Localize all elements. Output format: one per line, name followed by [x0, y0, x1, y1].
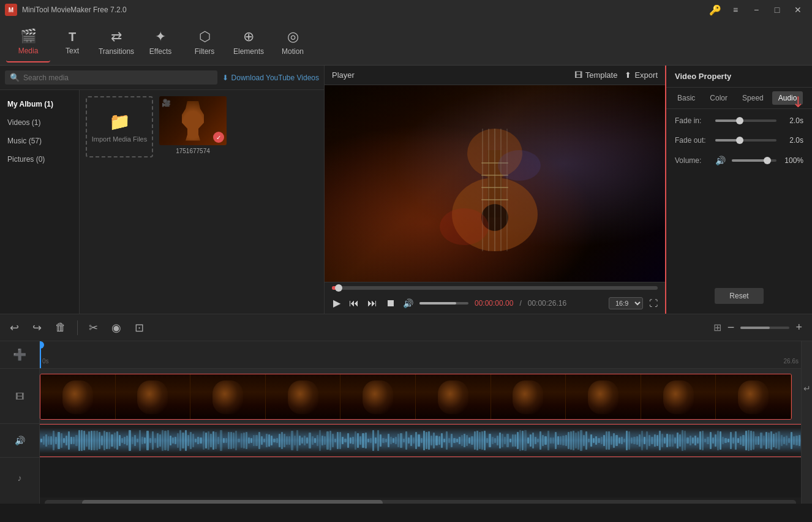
media-icon: 🎬: [20, 28, 37, 44]
panel-content: Fade in: 2.0s Fade out: 2.0s Volume: �: [666, 109, 812, 288]
progress-handle[interactable]: [335, 284, 342, 292]
ruler-label-end: 26.6s: [784, 358, 799, 365]
right-panel: ↘ Video Property Basic Color Speed Audio…: [665, 66, 812, 314]
fade-out-row: Fade out: 2.0s: [675, 136, 803, 145]
timeline-scroll-thumb[interactable]: [82, 500, 383, 504]
progress-bar[interactable]: [332, 286, 658, 290]
sidebar-item-pictures[interactable]: Pictures (0): [0, 150, 79, 168]
download-youtube-button[interactable]: ⬇ Download YouTube Videos: [222, 74, 319, 82]
app-title: MiniTool MovieMaker Free 7.2.0: [22, 6, 709, 14]
audio-detach-button[interactable]: ◉: [109, 319, 124, 337]
search-input[interactable]: [23, 74, 212, 82]
fade-in-row: Fade in: 2.0s: [675, 116, 803, 125]
svg-rect-11: [481, 187, 508, 188]
delete-button[interactable]: 🗑: [53, 319, 69, 336]
import-media-card[interactable]: 📁 Import Media Files: [86, 96, 153, 157]
media-grid: 📁 Import Media Files 🎥 ✓ 1751677574: [80, 90, 324, 314]
add-track-label[interactable]: ➕: [0, 341, 39, 369]
aspect-ratio-select[interactable]: 16:9 9:16 1:1 4:3: [609, 297, 643, 309]
timeline-toolbar: ↩ ↪ 🗑 ✂ ◉ ⊡ ⊞ − +: [0, 314, 812, 341]
speaker-icon: 🔊: [715, 156, 726, 165]
folder-icon: 📁: [109, 112, 130, 132]
media-thumbnail[interactable]: 🎥 ✓ 1751677574: [159, 96, 227, 157]
panel-title: Video Property: [666, 66, 812, 88]
sidebar-item-music[interactable]: Music (57): [0, 132, 79, 150]
volume-prop-slider[interactable]: [732, 159, 776, 162]
player-controls: ▶ ⏮ ⏭ ⏹ 🔊 00:00:00.00 / 00:00:26.16 16:9…: [325, 282, 665, 314]
toolbar-item-effects[interactable]: ✦ Effects: [138, 23, 182, 62]
fullscreen-button[interactable]: ⛶: [649, 298, 658, 308]
audio-track-label: 🔊: [0, 424, 39, 458]
effects-label: Effects: [149, 47, 171, 56]
undo-button[interactable]: ↩: [7, 319, 21, 337]
fade-out-handle[interactable]: [736, 137, 743, 144]
download-icon: ⬇: [222, 74, 228, 82]
template-button[interactable]: 🎞 Template: [574, 70, 618, 80]
player-title: Player: [332, 70, 355, 80]
music-track-label: ♪: [0, 458, 39, 497]
timeline-ruler: 0s 26.6s: [40, 341, 801, 369]
zoom-in-button[interactable]: +: [793, 319, 805, 336]
toolbar-item-transitions[interactable]: ⇄ Transitions: [94, 23, 138, 62]
zoom-out-button[interactable]: −: [725, 318, 737, 337]
tab-basic[interactable]: Basic: [671, 91, 701, 105]
audio-waveform: [40, 424, 801, 457]
zoom-slider[interactable]: [740, 327, 789, 329]
elements-icon: ⊕: [243, 29, 254, 45]
tab-speed[interactable]: Speed: [736, 91, 770, 105]
export-icon: ⬆: [625, 70, 631, 80]
fade-in-handle[interactable]: [736, 117, 743, 124]
toolbar-item-media[interactable]: 🎬 Media: [6, 23, 50, 62]
timeline-scrollbar[interactable]: [45, 500, 796, 504]
crop-button[interactable]: ⊡: [132, 319, 146, 337]
search-wrapper: 🔍: [5, 70, 217, 85]
app-icon: M: [5, 4, 17, 16]
volume-prop-fill: [732, 159, 767, 162]
stop-button[interactable]: ⏹: [385, 297, 397, 310]
reset-button[interactable]: Reset: [715, 288, 763, 304]
fade-in-slider[interactable]: [715, 119, 776, 122]
filters-label: Filters: [195, 47, 215, 56]
thumb-cell-7: [491, 374, 566, 419]
fade-out-label: Fade out:: [675, 136, 710, 145]
effects-icon: ✦: [155, 29, 166, 45]
video-track-label: 🎞: [0, 369, 39, 424]
export-button[interactable]: ⬆ Export: [625, 70, 658, 80]
sidebar: My Album (1) Videos (1) Music (57) Pictu…: [0, 90, 80, 314]
volume-slider[interactable]: [419, 302, 468, 304]
close-button[interactable]: ✕: [789, 3, 807, 17]
thumb-cell-3: [190, 374, 266, 419]
toolbar-item-text[interactable]: T Text: [50, 23, 94, 62]
music-icon: ♪: [18, 473, 22, 483]
thumb-cell-5: [340, 374, 416, 419]
toolbar-item-filters[interactable]: ⬡ Filters: [182, 23, 227, 62]
next-frame-button[interactable]: ⏭: [366, 297, 378, 310]
tab-audio[interactable]: Audio: [772, 91, 803, 105]
total-time: 00:00:26.16: [528, 299, 566, 308]
video-preview: [325, 85, 665, 282]
volume-label: Volume:: [675, 156, 710, 165]
columns-icon: ⊞: [713, 322, 721, 333]
key-icon: 🔑: [709, 4, 721, 16]
toolbar-item-elements[interactable]: ⊕ Elements: [227, 23, 271, 62]
video-track-inner[interactable]: [40, 374, 792, 420]
sidebar-item-videos[interactable]: Videos (1): [0, 113, 79, 132]
play-button[interactable]: ▶: [332, 296, 342, 310]
window-controls: ≡ − □ ✕: [726, 3, 807, 17]
timeline-return-button[interactable]: ↵: [801, 381, 813, 396]
menu-button[interactable]: ≡: [726, 3, 745, 17]
redo-button[interactable]: ↪: [30, 319, 44, 337]
minimize-button[interactable]: −: [747, 3, 765, 17]
playhead[interactable]: [40, 341, 41, 368]
maximize-button[interactable]: □: [768, 3, 786, 17]
fade-out-slider[interactable]: [715, 139, 776, 142]
prev-frame-button[interactable]: ⏮: [348, 297, 360, 310]
left-panel-split: My Album (1) Videos (1) Music (57) Pictu…: [0, 90, 324, 314]
toolbar-item-motion[interactable]: ◎ Motion: [271, 23, 315, 62]
tab-color[interactable]: Color: [704, 91, 734, 105]
filters-icon: ⬡: [199, 29, 211, 45]
template-icon: 🎞: [574, 70, 582, 80]
sidebar-item-my-album[interactable]: My Album (1): [0, 95, 79, 113]
cut-button[interactable]: ✂: [86, 319, 100, 337]
volume-prop-handle[interactable]: [764, 157, 771, 164]
